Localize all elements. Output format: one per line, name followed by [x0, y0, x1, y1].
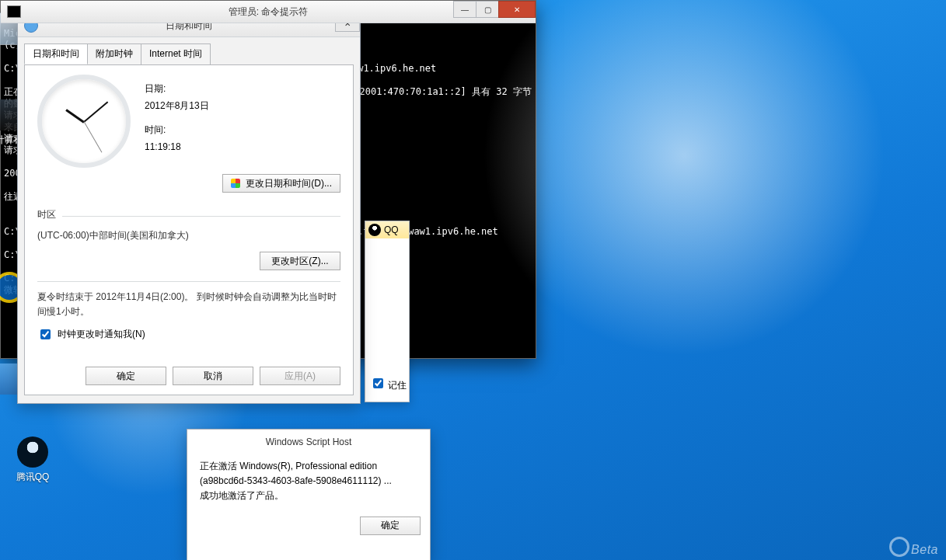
apply-button[interactable]: 应用(A)	[260, 367, 340, 385]
notify-checkbox-input[interactable]	[40, 329, 51, 339]
dst-note: 夏令时结束于 2012年11月4日(2:00)。 到时候时钟会自动调整为比当时时…	[37, 290, 340, 319]
wsh-titlebar[interactable]: Windows Script Host	[187, 430, 430, 454]
qq-remember-checkbox[interactable]: 记住	[370, 376, 407, 392]
notify-clock-change-checkbox[interactable]: 时钟更改时通知我(N)	[37, 327, 340, 342]
time-value: 11:19:18	[145, 139, 209, 156]
qq-remember-input[interactable]	[373, 378, 383, 388]
ok-button[interactable]: 确定	[86, 367, 166, 385]
tab-datetime[interactable]: 日期和时间	[24, 43, 88, 64]
desktop-icon-label: 腾讯QQ	[5, 471, 61, 484]
qq-penguin-icon	[17, 437, 48, 468]
watermark: Beta	[889, 537, 938, 557]
watermark-ring-icon	[889, 537, 909, 557]
minute-hand	[83, 102, 108, 123]
wsh-line: 正在激活 Windows(R), Professional edition	[200, 459, 417, 474]
analog-clock	[37, 75, 131, 168]
desktop-icon-qq[interactable]: 腾讯QQ	[5, 437, 61, 484]
window-title: Windows Script Host	[187, 437, 430, 447]
close-button[interactable]: ✕	[498, 1, 536, 18]
time-label: 时间:	[145, 122, 209, 139]
tab-additional-clocks[interactable]: 附加时钟	[87, 43, 141, 64]
maximize-button[interactable]: ▢	[476, 1, 499, 18]
qq-title: QQ	[384, 224, 399, 235]
tab-internet-time[interactable]: Internet 时间	[141, 43, 211, 64]
second-hand	[84, 121, 103, 152]
cancel-button[interactable]: 取消	[173, 367, 253, 385]
date-value: 2012年8月13日	[145, 98, 209, 115]
hour-hand	[65, 109, 85, 123]
ok-button[interactable]: 确定	[360, 517, 421, 535]
tab-panel: 日期: 2012年8月13日 时间: 11:19:18 更改日期和时间(D)..…	[24, 64, 354, 395]
tab-strip: 日期和时间 附加时钟 Internet 时间	[24, 43, 354, 64]
qq-penguin-icon	[368, 224, 381, 236]
date-label: 日期:	[145, 81, 209, 98]
wsh-messagebox: Windows Script Host 正在激活 Windows(R), Pro…	[187, 429, 431, 560]
shield-icon	[231, 179, 240, 188]
background-flare	[482, 0, 886, 357]
qq-titlebar[interactable]: QQ	[365, 221, 409, 238]
qq-login-window[interactable]: QQ 记住	[365, 221, 410, 402]
datetime-dialog: 日期和时间 ✕ 日期和时间 附加时钟 Internet 时间 日期: 2012年…	[17, 14, 361, 404]
minimize-button[interactable]: —	[453, 1, 476, 18]
wsh-body: 正在激活 Windows(R), Professional edition (a…	[187, 454, 430, 504]
wsh-line: (a98bcd6d-5343-4603-8afe-5908e4611112) .…	[200, 474, 417, 489]
timezone-header: 时区	[37, 208, 56, 221]
change-datetime-button[interactable]: 更改日期和时间(D)...	[222, 174, 340, 193]
timezone-value: (UTC-06:00)中部时间(美国和加拿大)	[37, 229, 340, 242]
wsh-line: 成功地激活了产品。	[200, 489, 417, 503]
change-timezone-button[interactable]: 更改时区(Z)...	[260, 252, 340, 270]
cmd-titlebar[interactable]: 管理员: 命令提示符 — ▢ ✕	[1, 1, 536, 23]
